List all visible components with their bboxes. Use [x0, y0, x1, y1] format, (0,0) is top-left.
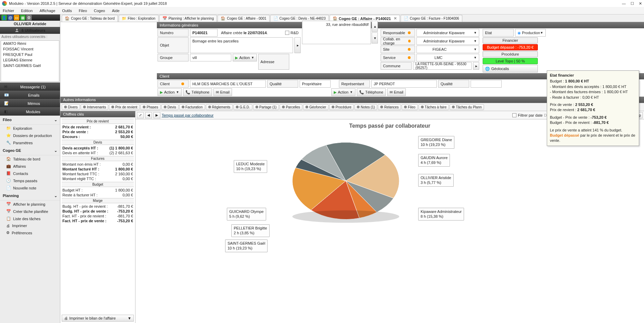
tab-CogeoGEFactureF1804006[interactable]: 📄Cogeo GE : Facture - F1804006	[401, 15, 462, 22]
qualite2-value[interactable]	[471, 80, 502, 88]
qualite-value[interactable]: Propriétaire	[300, 80, 331, 88]
user-icon[interactable]: 👤	[1, 15, 7, 20]
filter-date-checkbox[interactable]	[512, 113, 516, 117]
tab-CogeoGEAffaire0001[interactable]: 🏠Cogeo GE : Affaire - 0001	[218, 15, 269, 22]
tab-PlanningAfficherleplanning[interactable]: 📅Planning : Afficher le planning	[159, 15, 217, 22]
subtab-devis[interactable]: Devis	[161, 104, 179, 110]
chart-link[interactable]: Temps passé par collaborateur	[162, 113, 213, 117]
rep-tel-button[interactable]: 📞 Téléphone	[357, 88, 386, 96]
user-item[interactable]: SAINT-GERMES Gaël	[1, 63, 59, 68]
nav-messagerie[interactable]: ✉Messagerie (1)	[0, 82, 60, 91]
subtab-tchesduplann[interactable]: Tâches du Plann	[450, 104, 484, 110]
rep-email-button[interactable]: ✉ Email	[387, 88, 406, 96]
nav-mmos[interactable]: 📝Mémos	[0, 99, 60, 107]
tool-icon[interactable]: ⚙	[26, 15, 32, 20]
at-icon[interactable]: @	[8, 15, 13, 20]
sidebar-item-dossiersdeproduction[interactable]: ⭐Dossiers de production	[0, 132, 60, 139]
menu-affichage[interactable]: Affichage	[40, 9, 56, 13]
user-item[interactable]: AMATO Rémi	[1, 41, 59, 46]
sidebar-item-exploration[interactable]: 📁Exploration	[0, 125, 60, 132]
sidebar-icon-strip[interactable]: 👤 @ ▭ ▦ ⚙	[0, 14, 60, 21]
action-button[interactable]: ▶Action▼	[233, 54, 257, 61]
adresse-value[interactable]: 33, rue andree ribauddfdf	[302, 21, 371, 44]
user-item[interactable]: FRESQUET Paul	[1, 52, 59, 57]
groupe-value[interactable]: vill	[190, 54, 231, 61]
collab-value[interactable]: Administrateur Kipaware▼	[416, 37, 479, 45]
numero-value[interactable]: P140021	[190, 29, 218, 37]
doc-icon[interactable]: ▭	[14, 15, 19, 20]
section-cogeo ge[interactable]: Cogeo GE⌄	[0, 146, 60, 155]
chart-prev-button[interactable]: ◀	[145, 112, 152, 118]
sidebar-item-tableaudebord[interactable]: 🏠Tableau de bord	[0, 155, 60, 163]
users-list[interactable]: AMATO RémiFOISSAC VincentFRESQUET PaulLE…	[1, 40, 59, 82]
sidebar-item-afficherleplanning[interactable]: 📅Afficher le planning	[0, 200, 60, 208]
print-bilan-button[interactable]: 🖨 Imprimer le bilan de l'affaire▼	[62, 315, 134, 322]
objet-value[interactable]: Bornage entre les parcelles	[190, 37, 293, 53]
subtab-divers[interactable]: Divers	[62, 104, 80, 110]
tab-CogeoGETableaudebord[interactable]: 🏠Cogeo GE : Tableau de bord	[62, 15, 118, 22]
subtab-ged[interactable]: G.E.D.	[233, 104, 252, 110]
rep-action-button[interactable]: ▶Action▼	[331, 88, 355, 96]
tab-FileoExploration[interactable]: 📁Fileo : Exploration	[119, 15, 159, 22]
section-planning[interactable]: Planning⌄	[0, 192, 60, 200]
client-action-button[interactable]: ▶Action▼	[158, 88, 182, 96]
subtab-intervenants[interactable]: Intervenants	[81, 104, 108, 110]
service-value[interactable]: LMC▼	[416, 54, 479, 61]
nav-emails[interactable]: 📧Emails	[0, 91, 60, 99]
sidebar-item-nouvellenote[interactable]: 📄Nouvelle note	[0, 184, 60, 192]
client-value[interactable]: HLM DES MARCHES DE L'OUEST	[190, 80, 266, 88]
subtab-facturation[interactable]: Facturation	[179, 104, 205, 110]
etat-value[interactable]: ◉ Production▼	[515, 29, 546, 37]
adresse-down-button[interactable]: ▾	[372, 32, 378, 43]
nav-modules[interactable]: ◧Modules	[0, 107, 60, 116]
site-value[interactable]: FIGEAC▼	[416, 46, 479, 53]
subtab-parcelles[interactable]: Parcelles	[280, 104, 302, 110]
client-email-button[interactable]: ✉ Email	[213, 88, 232, 96]
menu-outils[interactable]: Outils	[62, 9, 72, 13]
subtab-partage[interactable]: Partage (1)	[253, 104, 279, 110]
commune-value[interactable]: LA FRETTE-SUR-SEINE - 95530 (95257)	[413, 62, 472, 70]
sidebar-item-contacts[interactable]: 📕Contacts	[0, 170, 60, 177]
chart-fullscreen-button[interactable]: ⤢	[137, 112, 144, 118]
representant-value[interactable]: JP PERNOT	[371, 80, 437, 88]
section-fileo[interactable]: Fileo⌄	[0, 116, 60, 125]
subtab-prixderevient[interactable]: Prix de revient	[109, 104, 140, 110]
menu-edition[interactable]: Edition	[21, 9, 33, 13]
menu-aide[interactable]: Aide	[112, 9, 120, 13]
menu-cogeo[interactable]: Cogeo	[94, 9, 105, 13]
user-item[interactable]: LEGRAS Etienne	[1, 57, 59, 63]
procedure-status[interactable]: Levé Topo | 50 %	[483, 58, 538, 64]
rd-checkbox[interactable]: R&D	[283, 29, 301, 37]
subtab-notes[interactable]: Notes (1)	[354, 104, 377, 110]
subtab-rglements[interactable]: Règlements	[206, 104, 233, 110]
subtab-relances[interactable]: Relances	[378, 104, 401, 110]
minimize-button[interactable]: —	[622, 1, 626, 6]
financier-status[interactable]: Budget dépassé : -753,20 €	[483, 44, 538, 50]
maximize-button[interactable]: ☐	[631, 1, 634, 6]
subtab-procdure[interactable]: Procédure	[329, 104, 354, 110]
sidebar-item-listedestches[interactable]: 📋Liste des tâches	[0, 215, 60, 222]
geolocalis-button[interactable]: 🌐 Géolocalis	[483, 65, 538, 72]
adresse-up-button[interactable]: ▴	[372, 21, 378, 32]
user-item[interactable]: FOISSAC Vincent	[1, 46, 59, 52]
close-tab-icon[interactable]: ✕	[394, 16, 397, 21]
sidebar-item-imprimer[interactable]: 🖨Imprimer	[0, 222, 60, 229]
subtab-tchesfaire[interactable]: Tâches à faire	[419, 104, 449, 110]
sidebar-item-crertcheplanifie[interactable]: 📅Créer tâche planifiée	[0, 208, 60, 215]
sidebar-item-prfrences[interactable]: ⚙Préférences	[0, 229, 60, 236]
subtab-phases[interactable]: Phases	[140, 104, 160, 110]
menu-fichier[interactable]: Fichier	[3, 9, 14, 13]
commune-arrow-button[interactable]: ▸	[473, 62, 479, 70]
sidebar-item-affaires[interactable]: 💼Affaires	[0, 163, 60, 170]
objet-expand-button[interactable]: ▸	[294, 37, 301, 53]
sidebar-item-paramtres[interactable]: 🔧Paramètres	[0, 139, 60, 146]
resp-value[interactable]: Administrateur Kipaware▼	[416, 29, 479, 37]
chart-next-button[interactable]: ▶	[153, 112, 160, 118]
subtab-gofoncier[interactable]: Géofoncier	[303, 104, 329, 110]
sidebar-item-tempspasss[interactable]: 🕓Temps passés	[0, 177, 60, 184]
map-icon[interactable]: ▦	[20, 15, 26, 20]
close-button[interactable]: ✕	[639, 1, 642, 6]
menu-fileo[interactable]: Fileo	[79, 9, 87, 13]
client-tel-button[interactable]: 📞 Téléphone	[183, 88, 212, 96]
subtab-fileo[interactable]: Fileo	[402, 104, 418, 110]
